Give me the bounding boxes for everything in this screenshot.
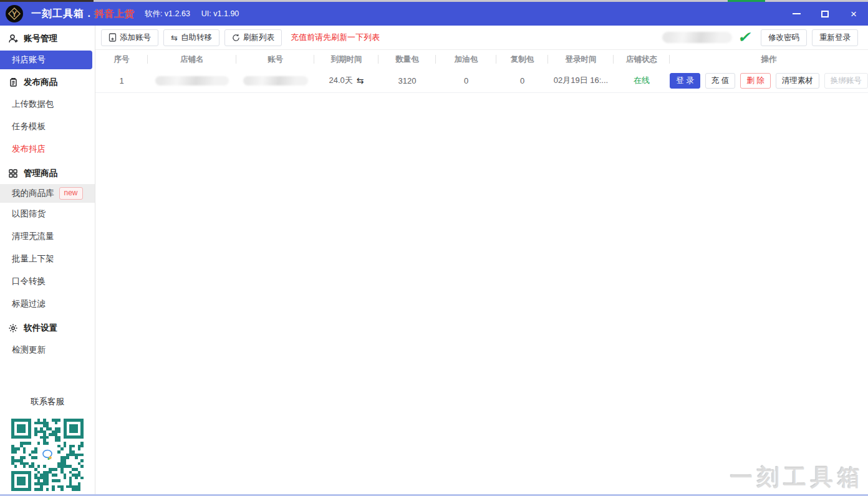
clipboard-icon — [8, 77, 18, 87]
refresh-list-button[interactable]: 刷新列表 — [224, 29, 282, 46]
cell-shop-name — [148, 69, 236, 92]
sidebar-section-label: 账号管理 — [24, 33, 57, 44]
qr-finder — [64, 419, 84, 439]
col-header-actions: 操作 — [670, 50, 868, 69]
minimize-button[interactable] — [782, 2, 811, 26]
sidebar-item-upload-datapack[interactable]: 上传数据包 — [0, 93, 95, 115]
col-header-fuel-pack: 加油包 — [436, 50, 496, 69]
self-transfer-label: 自助转移 — [181, 32, 212, 43]
maximize-icon — [821, 11, 829, 17]
sidebar-item-doudian-account[interactable]: 抖店账号 — [0, 51, 92, 69]
relogin-button[interactable]: 重新登录 — [812, 29, 858, 46]
main-content: 添加账号 ⇆ 自助转移 刷新列表 充值前请先刷新一下列表 ✔ 修改密码 重新登录 — [95, 26, 868, 494]
cell-account — [236, 69, 314, 92]
cell-fuel-pack: 0 — [436, 69, 496, 92]
login-button[interactable]: 登 录 — [670, 73, 700, 89]
software-version: 软件: v1.2.63 — [145, 9, 190, 19]
watermark: 一刻工具箱 — [730, 462, 864, 493]
titlebar: Y 一刻工具箱 . 抖音上货 软件: v1.2.63 UI: v1.1.90 × — [0, 2, 868, 26]
cell-login-time: 02月19日 16:... — [548, 69, 614, 92]
sidebar-item-title-filter[interactable]: 标题过滤 — [0, 293, 95, 315]
sidebar: 账号管理 抖店账号 发布商品 上传数据包 任务模板 发布抖店 管理商品 我的商 — [0, 26, 95, 494]
sidebar-item-label: 我的商品库 — [12, 188, 54, 199]
col-header-expire-time: 到期时间 — [314, 50, 379, 69]
app-logo-icon: Y — [5, 4, 24, 23]
add-account-label: 添加账号 — [120, 32, 151, 43]
cell-index: 1 — [95, 69, 148, 92]
refresh-icon — [232, 34, 240, 42]
col-header-quantity-pack: 数量包 — [379, 50, 436, 69]
recharge-notice: 充值前请先刷新一下列表 — [291, 32, 380, 43]
close-icon: × — [851, 9, 857, 19]
sidebar-item-my-product-library[interactable]: 我的商品库 new — [0, 184, 95, 203]
cell-expire-time: 24.0天 ⇆ — [314, 69, 379, 92]
redacted-shop-name — [155, 76, 229, 85]
minimize-icon — [793, 13, 801, 14]
screen-edge-green — [728, 0, 765, 2]
contact-support-label: 联系客服 — [0, 396, 95, 407]
self-transfer-button[interactable]: ⇆ 自助转移 — [163, 29, 219, 46]
toolbar: 添加账号 ⇆ 自助转移 刷新列表 充值前请先刷新一下列表 ✔ 修改密码 重新登录 — [95, 26, 868, 50]
qr-finder — [11, 471, 31, 491]
sidebar-item-publish-doudian[interactable]: 发布抖店 — [0, 138, 95, 160]
transfer-icon: ⇆ — [171, 33, 178, 42]
support-qr-card — [6, 416, 89, 491]
redacted-account — [243, 76, 308, 85]
col-header-shop-status: 店铺状态 — [614, 50, 670, 69]
add-account-button[interactable]: 添加账号 — [101, 29, 158, 46]
ui-version: UI: v1.1.90 — [201, 9, 239, 18]
sidebar-section-publish: 发布商品 — [0, 72, 95, 93]
clean-material-button[interactable]: 清理素材 — [776, 73, 819, 89]
app-window: Y 一刻工具箱 . 抖音上货 软件: v1.2.63 UI: v1.1.90 ×… — [0, 0, 868, 496]
grid-icon — [8, 168, 18, 178]
sidebar-section-settings: 软件设置 — [0, 318, 95, 339]
screen-edge-dark — [0, 0, 94, 2]
svg-text:Y: Y — [12, 10, 17, 19]
transfer-icon[interactable]: ⇆ — [357, 75, 364, 85]
sidebar-item-check-update[interactable]: 检测更新 — [0, 339, 95, 361]
sidebar-section-label: 发布商品 — [24, 77, 57, 88]
col-header-index: 序号 — [95, 50, 148, 69]
sidebar-item-clean-no-traffic[interactable]: 清理无流量 — [0, 225, 95, 248]
col-header-shop-name: 店铺名 — [148, 50, 236, 69]
close-button[interactable]: × — [839, 2, 868, 26]
sidebar-section-account-mgmt: 账号管理 — [0, 28, 95, 49]
verified-check-icon: ✔ — [736, 29, 752, 46]
redacted-user-info — [662, 32, 732, 43]
cell-quantity-pack: 3120 — [379, 69, 436, 92]
refresh-list-label: 刷新列表 — [243, 32, 274, 43]
change-password-button[interactable]: 修改密码 — [761, 29, 807, 46]
rebind-account-button[interactable]: 换绑账号 — [824, 73, 868, 89]
expire-days: 24.0天 — [329, 75, 352, 86]
app-subtitle: 抖音上货 — [95, 8, 135, 20]
maximize-button[interactable] — [811, 2, 839, 26]
table-header-row: 序号 店铺名 账号 到期时间 数量包 加油包 复制包 登录时间 店铺状态 操作 — [95, 50, 868, 69]
delete-button[interactable]: 删 除 — [740, 73, 770, 89]
user-add-icon — [8, 34, 18, 44]
sidebar-section-label: 管理商品 — [24, 168, 57, 179]
qr-center-chat-icon — [38, 445, 57, 464]
cell-shop-status: 在线 — [614, 69, 670, 92]
sidebar-section-label: 软件设置 — [24, 323, 57, 334]
screen-edge — [0, 0, 868, 2]
cell-actions: 登 录 充 值 删 除 清理素材 换绑账号 — [670, 69, 868, 92]
app-title: 一刻工具箱 . — [31, 7, 91, 21]
new-badge: new — [59, 187, 83, 199]
sidebar-section-manage-goods: 管理商品 — [0, 163, 95, 184]
qr-finder — [11, 419, 31, 439]
table-row: 1 24.0天 ⇆ 3120 0 0 02月19日 16:... 在线 登 录 … — [95, 69, 868, 93]
col-header-copy-pack: 复制包 — [496, 50, 548, 69]
col-header-login-time: 登录时间 — [548, 50, 614, 69]
sidebar-item-filter-by-image[interactable]: 以图筛货 — [0, 203, 95, 225]
sidebar-item-command-convert[interactable]: 口令转换 — [0, 270, 95, 293]
recharge-button[interactable]: 充 值 — [705, 73, 735, 89]
col-header-account: 账号 — [236, 50, 314, 69]
gear-icon — [8, 323, 18, 333]
cell-copy-pack: 0 — [496, 69, 548, 92]
add-doc-icon — [109, 33, 117, 42]
status-badge: 在线 — [634, 75, 650, 86]
sidebar-item-batch-on-off-shelf[interactable]: 批量上下架 — [0, 248, 95, 270]
sidebar-item-task-template[interactable]: 任务模板 — [0, 115, 95, 138]
